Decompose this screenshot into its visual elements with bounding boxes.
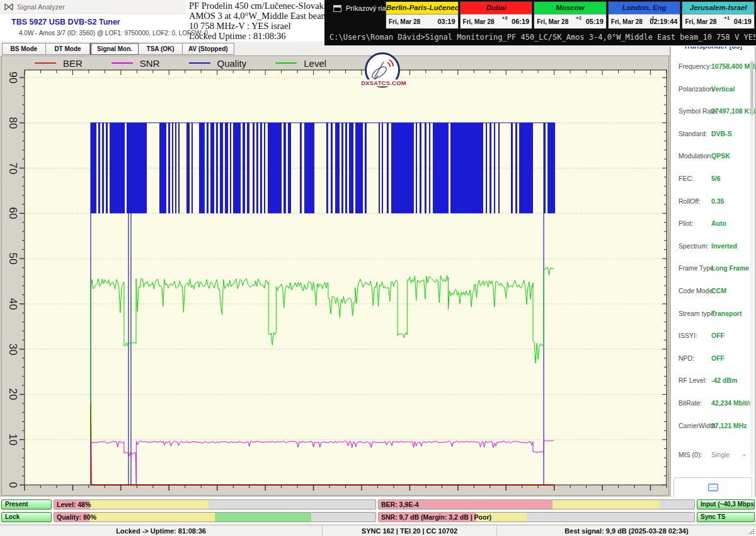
transponder-row-value: DVB-S — [711, 130, 732, 137]
clock-time: 03:19 — [437, 18, 455, 25]
clock-time: 05:19 — [586, 18, 604, 25]
transponder-row-frame-type-: Frame Type:Long Frame — [671, 264, 755, 274]
lock-badge: Lock — [1, 512, 52, 522]
level-meter-segment — [89, 500, 209, 509]
transponder-row-stream-type-: Stream type:Transport — [671, 310, 755, 320]
ber-meter-segment — [553, 500, 660, 509]
mis-row: MIS (0): Single ⌄ — [671, 451, 755, 461]
clock-dubai: DubaiFri, Mar 28+306:19 — [460, 1, 533, 29]
sidebar-scrollbar-thumb[interactable] — [750, 61, 753, 115]
transponder-row-standard-: Standard:DVB-S — [671, 130, 755, 140]
ber-meter-label: BER: 3,9E-4 — [381, 501, 419, 508]
cmd-icon — [333, 5, 341, 12]
transponder-panel: Transponder [83] Frequency:10758,400 MHz… — [670, 40, 755, 500]
clock-moscow: MoscowFri, Mar 28+205:19 — [534, 1, 607, 29]
transponder-row-value: QPSK — [711, 152, 730, 160]
clock-utc-offset: +3 — [501, 15, 507, 21]
tab-dt-mode[interactable]: DT Mode — [46, 43, 90, 55]
tab-signal-mon-[interactable]: Signal Mon. — [90, 43, 139, 55]
clock-date: Fri, Mar 28 — [611, 18, 643, 25]
dxsatcs-logo: DXSATCS.COM — [363, 52, 404, 88]
y-tick-label-90: 90 — [6, 69, 19, 86]
station-line-dish: PF Prodelin 450 cm/Lučenec-Slovakia — [189, 1, 324, 11]
transponder-row-value: -42 dBm — [711, 376, 737, 384]
tuner-config: 4.0W - Amos 3/7 (ID: 3560) @ LOF1: 97500… — [19, 30, 208, 37]
clock-date: Fri, Mar 28 — [463, 18, 495, 25]
tab-tsa-ok-[interactable]: TSA (OK) — [139, 43, 183, 55]
clock-time: 06:19 — [512, 18, 529, 25]
transponder-row-bitrate-: BitRate:42,234 Mbit/s — [671, 399, 755, 409]
list-grid-icon — [708, 484, 718, 491]
transponder-row-pilot-: Pilot:Auto — [671, 219, 755, 230]
level-meter-label: Level: 48% — [57, 501, 91, 508]
transponder-row-label: RollOff: — [679, 197, 701, 205]
y-tick-label-80: 80 — [6, 115, 19, 131]
screen: Signal Analyzer TBS 5927 USB DVB-S2 Tune… — [0, 0, 756, 536]
transponder-row-value: Transport — [711, 310, 742, 317]
clock-jerusalem-israel: Jerusalem-IsraelFri, Mar 28+104:19 — [682, 1, 755, 29]
transponder-row-value: 0.35 — [711, 197, 724, 205]
transponder-row-code-mode-: Code Mode:CCM — [671, 287, 755, 297]
level-meter: Level: 48% — [54, 499, 376, 510]
transponder-row-label: NPD: — [679, 354, 694, 362]
transponder-row-value: 10758,400 MHz — [711, 62, 756, 70]
clock-date: Fri, Mar 28 — [537, 18, 568, 25]
tabs: BS ModeDT ModeSignal Mon.TSA (OK)AV (Sto… — [2, 43, 234, 55]
quality-meter-segment — [215, 513, 311, 521]
y-tick-label-0: 0 — [6, 477, 19, 493]
mis-value[interactable]: Single — [711, 451, 730, 458]
resize-grip[interactable] — [748, 528, 755, 535]
cmd-prompt-text[interactable]: C:\Users\Roman Dávid>Signal Monitoring_P… — [329, 33, 755, 42]
present-badge: Present — [1, 499, 52, 510]
logo-text: DXSATCS.COM — [359, 79, 408, 86]
statusbar-best-signal: Best signal: 9,9 dB (2025-03-28 02:34) — [497, 525, 756, 536]
y-tick-label-40: 40 — [6, 296, 19, 312]
quality-meter: Quality: 80% — [54, 512, 376, 522]
chevron-down-icon[interactable]: ⌄ — [742, 450, 747, 458]
transponder-row-carrierwidth-: CarrierWidth:37,121 MHz — [671, 422, 755, 432]
transponder-row-value: OFF — [711, 332, 724, 339]
clock-london-eng: London, EngFri, Mar 28-102:19:44 — [608, 1, 681, 29]
y-tick-label-60: 60 — [6, 205, 19, 221]
clock-utc-offset: +1 — [724, 15, 730, 21]
tab-bs-mode[interactable]: BS Mode — [2, 43, 46, 55]
snr-meter: SNR: 9,7 dB (Margin: 3,2 dB | Poor) — [378, 512, 695, 522]
transponder-list-button[interactable] — [673, 477, 752, 498]
app-titlebar: Signal Analyzer — [0, 0, 186, 14]
ber-meter: BER: 3,9E-4 — [378, 499, 695, 510]
transponder-row-label: ISSYI: — [679, 332, 697, 339]
clock-time: 04:19 — [734, 18, 752, 25]
transponder-row-fec-: FEC:5/6 — [671, 175, 755, 185]
transponder-row-value: 27497,108 KS/s — [711, 107, 756, 115]
station-line-satellite: AMOS 3 at 4,0°W_Middle East beam — [189, 11, 324, 21]
clock-city: Moscow — [534, 2, 606, 14]
station-line-frequency: 10 758 MHz-V : YES israel — [189, 21, 324, 31]
transponder-row-label: Polarization: — [679, 85, 715, 93]
transponder-row-modulation-: Modulation:QPSK — [671, 152, 755, 162]
transponder-row-value: Long Frame — [711, 264, 749, 272]
clock-utc-offset: +2 — [576, 15, 581, 21]
y-tick-label-20: 20 — [6, 386, 19, 402]
clock-date: Fri, Mar 28 — [389, 18, 420, 25]
transponder-row-label: Pilot: — [679, 219, 693, 227]
world-clocks: Berlin-Paris-LučenecFri, Mar 2803:19Duba… — [386, 1, 755, 29]
transponder-row-label: Spectrum: — [679, 242, 709, 250]
transponder-row-label: RF Level: — [679, 376, 707, 384]
tab-av-stopped-[interactable]: AV (Stopped) — [183, 43, 234, 55]
sidebar-scrollbar[interactable] — [750, 59, 753, 475]
app-title: Signal Analyzer — [17, 3, 65, 11]
transponder-row-symbol-rate-: Symbol Rate:27497,108 KS/s — [671, 107, 755, 117]
transponder-row-value: Inverted — [711, 242, 737, 250]
y-tick-label-30: 30 — [6, 341, 19, 358]
transponder-row-label: FEC: — [679, 175, 694, 182]
statusbar-sync: SYNC 162 | TEI 20 | CC 10702 — [323, 525, 497, 536]
quality-meter-label: Quality: 80% — [57, 513, 96, 521]
snr-meter-label: SNR: 9,7 dB (Margin: 3,2 dB | Poor) — [381, 513, 491, 521]
transponder-row-issyi-: ISSYI:OFF — [671, 332, 755, 342]
transponder-row-label: Standard: — [679, 130, 707, 137]
transponder-row-npd-: NPD:OFF — [671, 354, 755, 364]
clock-utc-offset: -1 — [650, 15, 655, 21]
clock-city: Jerusalem-Israel — [682, 2, 754, 14]
transponder-row-rf-level-: RF Level:-42 dBm — [671, 376, 755, 387]
transponder-row-value: 5/6 — [711, 175, 721, 182]
